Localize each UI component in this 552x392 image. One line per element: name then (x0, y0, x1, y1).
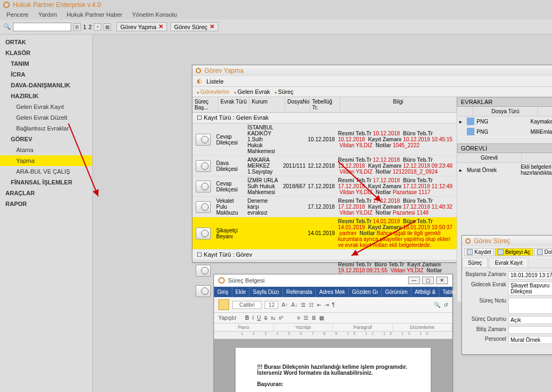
col-dosya-turu[interactable]: Dosya Türü (473, 107, 538, 116)
col-kurum[interactable]: Kurum (250, 97, 285, 112)
menu-yardim[interactable]: Yardım (38, 11, 57, 18)
sidebar-hazirlik[interactable]: HAZIRLIK (0, 91, 92, 101)
col-atamanotu[interactable]: AtamaNotu (522, 153, 552, 162)
col-tebellug[interactable]: Tebellüğ Tr. (310, 97, 340, 112)
fontsize-select[interactable]: 12 (265, 301, 278, 309)
group-gelen-evrak[interactable]: ☐ Kayıt Türü : Gelen Evrak (192, 113, 457, 123)
sidebar-arabul[interactable]: ARA-BUL VE ÇALIŞ (0, 166, 92, 177)
tab-gelen-evrak[interactable]: Gelen Evrak (237, 88, 270, 95)
gorevli-row[interactable]: ▸Murat ÖrnekEkli belgeleri inceleyerek D… (457, 163, 552, 177)
table-row[interactable]: Cevap Dilekçesi İSTANBUL KADIKÖY 1.Sulh … (192, 123, 457, 156)
evrak-row[interactable]: ▸PNGKaymakamlıkŞikayet.png (457, 116, 552, 127)
col-orj-dosyaadi[interactable]: Orj.DosyaAdı (538, 107, 552, 116)
surec-titlebar[interactable]: Görev Süreç — ▢ ✕ (462, 236, 552, 246)
font-shrink-icon[interactable]: A↓ (291, 302, 298, 308)
tab-surec[interactable]: Süreç (462, 258, 488, 267)
listele-button[interactable]: Listele (206, 78, 224, 85)
justify-icon[interactable]: ▦ (319, 315, 324, 321)
group-gorev[interactable]: ☐ Kayıt Türü : Görev (192, 250, 457, 260)
col-surec-bas[interactable]: Süreç Baş... (192, 97, 218, 112)
underline-button[interactable]: U (257, 315, 261, 321)
search-icon[interactable]: 🔍 (3, 23, 11, 30)
bullet-list-icon[interactable]: ☰ (301, 302, 306, 308)
number-list-icon[interactable]: ☷ (309, 302, 314, 308)
replace-icon[interactable]: ↺ (444, 302, 448, 308)
kaydet-button[interactable]: Kaydet (464, 248, 494, 256)
ribbon-tab[interactable]: Sayfa Düzı (250, 287, 283, 297)
subscript-button[interactable]: x₂ (271, 315, 275, 321)
ribbon-tab[interactable]: Ekle (232, 287, 250, 297)
val-personel[interactable]: Murat Örnek (508, 336, 552, 344)
sidebar-atama[interactable]: Atama (0, 145, 92, 155)
tab-surec[interactable]: Süreç (278, 88, 294, 95)
col-evrak-turu[interactable]: Evrak Türü (218, 97, 250, 112)
evrak-row[interactable]: PNGMilliEmlakŞikayet.png (457, 127, 552, 137)
ribbon-tab[interactable]: Referansla (283, 287, 316, 297)
val-notu[interactable] (508, 298, 552, 314)
outdent-icon[interactable]: ⇥ (325, 302, 329, 308)
paragraph-icon[interactable]: ¶ (332, 302, 335, 308)
sidebar-klasor[interactable]: KLASÖR (0, 47, 92, 58)
maximize-button[interactable]: ▢ (422, 277, 434, 284)
nav-box-icon[interactable]: ⊞ (73, 23, 81, 31)
table-row[interactable]: Şikayetçi Beyanı 14.01.2019 Resmi Teb.Tr… (192, 217, 457, 250)
document-page[interactable]: !!! Burası Dilekçenin hazırlandığı kelim… (236, 348, 431, 392)
search-input[interactable] (13, 23, 71, 31)
find-icon[interactable]: 🔍 (434, 302, 440, 308)
sidebar-rapor[interactable]: RAPOR (0, 198, 92, 209)
align-right-icon[interactable]: ≣ (312, 315, 316, 321)
sidebar-tanim[interactable]: TANIM (0, 58, 92, 69)
paste-label[interactable]: Yapıştır (218, 315, 237, 321)
minimize-button[interactable]: — (408, 277, 420, 284)
sidebar-gorev[interactable]: GÖREV (0, 134, 92, 145)
table-row[interactable]: Cevap Dilekçesi İZMİR URLA Sulh Hukuk Ma… (192, 176, 457, 197)
bold-button[interactable]: B (245, 315, 249, 321)
sidebar-araclar[interactable]: ARAÇLAR (0, 188, 92, 198)
close-icon[interactable]: ✕ (158, 23, 163, 30)
close-button[interactable]: ✕ (436, 277, 448, 284)
nav-grid-icon[interactable]: ▦ (104, 23, 111, 31)
italic-button[interactable]: I (252, 315, 254, 321)
sidebar-gelen-evrak-kayit[interactable]: Gelen Evrak Kayıt (0, 101, 92, 112)
strikethrough-button[interactable]: S̶ (264, 315, 267, 321)
table-row[interactable]: Vekalet Pulu Makbuzu Deneme karşı evraks… (192, 197, 457, 217)
font-grow-icon[interactable]: A↑ (281, 302, 288, 308)
nav-plus-button[interactable]: + (94, 23, 101, 31)
val-bitis[interactable] (508, 326, 552, 334)
col-bilgi[interactable]: Bilgi (340, 97, 457, 112)
sidebar-ortak[interactable]: ORTAK (0, 37, 92, 47)
close-icon[interactable]: ✕ (210, 23, 215, 30)
window-titlebar[interactable]: Görev Yapma — ▢ ✕ (192, 65, 552, 76)
ribbon-tab[interactable]: Altbilgi & (411, 287, 439, 297)
sidebar-yapma[interactable]: Yapma (0, 155, 92, 166)
font-select[interactable]: Calibri (232, 301, 261, 309)
align-center-icon[interactable]: ☰ (303, 315, 308, 321)
val-gidecek[interactable]: Şikayet Başvuru Dilekçesi (508, 281, 552, 295)
belgeyi-ac-button[interactable]: Belgeyi Aç (495, 248, 533, 256)
word-titlebar[interactable]: Süreç Belgesi — ▢ ✕ (214, 274, 452, 287)
sidebar-icra[interactable]: İCRA (0, 69, 92, 80)
filetab-gorev-surec[interactable]: Görev Süreç ✕ (170, 22, 218, 31)
align-left-icon[interactable]: ≡ (297, 315, 300, 321)
ribbon-tab[interactable]: Tablo (439, 287, 459, 297)
menu-pencere[interactable]: Pencere (6, 11, 29, 18)
val-baslama[interactable]: 18.01.2019 13:17:49 (508, 271, 552, 279)
menu-haber[interactable]: Hukuk Partner Haber (67, 11, 122, 18)
tab-gorevlerim[interactable]: Görevlerim (201, 88, 230, 95)
col-gorevli[interactable]: Görevli (457, 153, 522, 162)
sidebar-baglantisiz-evraklar[interactable]: Bağlantısız Evraklar (0, 123, 92, 134)
indent-icon[interactable]: ⇤ (317, 302, 321, 308)
word-cevir-button[interactable]: Dokümanı Word Formatına Çevir (534, 248, 552, 256)
filetab-gorev-yapma[interactable]: Görev Yapma ✕ (116, 22, 167, 31)
nav-page-2[interactable]: 2 (88, 24, 92, 30)
ribbon-tab[interactable]: Giriş (214, 287, 232, 297)
tab-evrak-kayit[interactable]: Evrak Kayıt (489, 258, 528, 267)
ribbon-tab[interactable]: Adres Mek (316, 287, 349, 297)
ribbon-tab[interactable]: Görünüm (382, 287, 411, 297)
ribbon-tab[interactable]: Gözden Gı (349, 287, 382, 297)
menu-konsol[interactable]: Yönetim Konsolu (132, 11, 177, 18)
document-area[interactable]: !!! Burası Dilekçenin hazırlandığı kelim… (214, 339, 452, 392)
superscript-button[interactable]: x² (279, 315, 283, 321)
val-durum[interactable]: Açık (508, 316, 552, 324)
table-row[interactable]: Dava Dilekçesi ANKARA MERKEZ 1.Sayıştay … (192, 156, 457, 176)
